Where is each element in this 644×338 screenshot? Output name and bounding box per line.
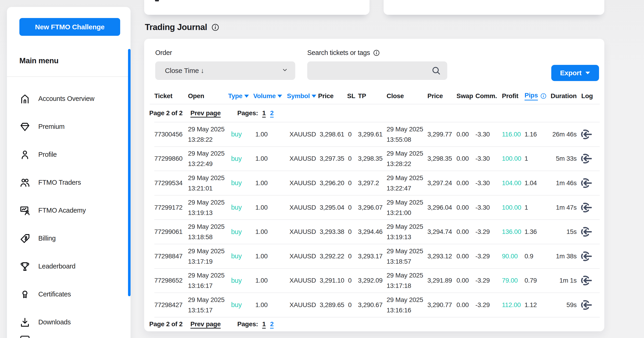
order-select[interactable]: Close Time ↓ bbox=[155, 61, 295, 80]
cell-pips: 1.04 bbox=[524, 179, 547, 187]
trade-log-icon bbox=[579, 226, 592, 238]
log-button[interactable] bbox=[574, 153, 597, 165]
sidebar-item-label: Premium bbox=[38, 123, 64, 130]
page-links: 12 bbox=[262, 320, 274, 328]
page-link-1[interactable]: 1 bbox=[262, 320, 266, 328]
cell-open-time: 29 May 202513:19:13 bbox=[188, 197, 228, 218]
log-button[interactable] bbox=[574, 274, 597, 286]
cell-volume: 1.00 bbox=[253, 301, 287, 309]
cell-swap: 0.00 bbox=[456, 131, 476, 138]
cell-symbol: XAUUSD bbox=[287, 155, 318, 162]
trade-log-icon bbox=[579, 177, 592, 189]
page-title: Trading Journal bbox=[145, 23, 207, 32]
sidebar-item-leaderboard[interactable]: Leaderboard bbox=[7, 252, 129, 280]
cell-swap: 0.00 bbox=[456, 277, 476, 284]
sidebar-item-ftmo-traders[interactable]: FTMO Traders bbox=[7, 169, 129, 196]
cell-sl: 0 bbox=[347, 301, 358, 309]
cell-ticket: 77299172 bbox=[154, 204, 188, 211]
column-header-pips[interactable]: Pips bbox=[524, 92, 547, 100]
page-link-2[interactable]: 2 bbox=[270, 320, 274, 328]
search-info-icon[interactable] bbox=[373, 49, 380, 56]
cell-volume: 1.00 bbox=[253, 253, 287, 260]
sidebar-item-downloads[interactable]: Downloads bbox=[7, 308, 129, 336]
cell-pips: 1.12 bbox=[524, 301, 547, 309]
cell-close-time: 29 May 202513:18:57 bbox=[386, 246, 428, 267]
cell-open-price: 3,291.10 bbox=[318, 277, 347, 284]
cell-close-time: 29 May 202513:21:00 bbox=[386, 197, 428, 218]
trophy-icon bbox=[20, 261, 30, 272]
cell-duration: 1m 46s bbox=[547, 179, 577, 187]
log-button[interactable] bbox=[574, 299, 597, 311]
sidebar-item-label: FTMO Academy bbox=[38, 207, 86, 214]
sidebar-scrollbar-thumb[interactable] bbox=[128, 49, 130, 296]
cell-ticket: 77298652 bbox=[154, 277, 188, 284]
cell-open-price: 3,293.38 bbox=[318, 228, 347, 235]
order-label: Order bbox=[155, 49, 172, 57]
column-header-tp: TP bbox=[358, 92, 386, 100]
cell-type: buy bbox=[228, 277, 253, 284]
sidebar-item-profile[interactable]: Profile bbox=[7, 141, 129, 169]
cell-close-price: 3,298.35 bbox=[428, 155, 456, 162]
log-button[interactable] bbox=[574, 202, 597, 214]
sidebar-item-label: Certificates bbox=[38, 290, 71, 298]
sidebar-item-certificates[interactable]: Certificates bbox=[7, 280, 129, 308]
log-button[interactable] bbox=[574, 250, 597, 262]
trading-journal-info-icon[interactable] bbox=[211, 23, 219, 32]
sidebar-item-billing[interactable]: Billing bbox=[7, 224, 129, 252]
table-controls: Order Close Time ↓ Search tickets or tag… bbox=[144, 39, 604, 88]
page-link-2[interactable]: 2 bbox=[270, 109, 274, 117]
log-button[interactable] bbox=[574, 128, 597, 140]
page-link-1[interactable]: 1 bbox=[262, 109, 266, 117]
column-header-symbol[interactable]: Symbol bbox=[287, 92, 318, 100]
cell-symbol: XAUUSD bbox=[287, 131, 318, 138]
diamond-icon bbox=[20, 121, 30, 132]
cell-swap: 0.00 bbox=[456, 228, 476, 235]
log-button[interactable] bbox=[574, 226, 597, 238]
cell-duration: 26m 46s bbox=[547, 131, 577, 138]
sidebar-item-premium[interactable]: Premium bbox=[7, 113, 129, 141]
cell-pips: 1.16 bbox=[524, 131, 547, 138]
cell-open-time: 29 May 202513:21:01 bbox=[188, 173, 228, 193]
sort-caret-icon bbox=[244, 95, 249, 98]
cell-commission: -3.30 bbox=[476, 131, 502, 138]
cell-commission: -3.29 bbox=[476, 228, 502, 235]
column-header-volume[interactable]: Volume bbox=[253, 92, 287, 100]
cell-profit: 112.00 bbox=[502, 301, 524, 309]
cell-open-price: 3,296.20 bbox=[318, 179, 347, 187]
cell-pips: 1.36 bbox=[524, 228, 547, 235]
search-input[interactable] bbox=[307, 61, 447, 80]
export-button[interactable]: Export bbox=[551, 65, 599, 81]
cell-sl: 0 bbox=[347, 155, 358, 162]
table-row: 77299172 29 May 202513:19:13 buy 1.00 XA… bbox=[154, 195, 600, 220]
top-card-left bbox=[144, 0, 370, 15]
cell-close-price: 3,290.77 bbox=[428, 301, 456, 309]
sidebar-item-ftmo-academy[interactable]: FTMO Academy bbox=[7, 196, 129, 224]
cell-profit: 79.00 bbox=[502, 277, 524, 284]
log-button[interactable] bbox=[574, 177, 597, 189]
cell-profit: 116.00 bbox=[502, 131, 524, 138]
academy-icon bbox=[20, 205, 30, 216]
cell-symbol: XAUUSD bbox=[287, 204, 318, 211]
prev-page-link[interactable]: Prev page bbox=[190, 109, 221, 117]
column-header-type[interactable]: Type bbox=[228, 92, 253, 100]
column-header-log: Log bbox=[577, 92, 600, 100]
cell-duration: 5m 33s bbox=[547, 155, 577, 162]
cell-profit: 104.00 bbox=[502, 179, 524, 187]
cell-volume: 1.00 bbox=[253, 277, 287, 284]
column-header-comm: Comm. bbox=[476, 92, 502, 100]
column-header-price: Price bbox=[428, 92, 456, 100]
cell-open-price: 3,298.61 bbox=[318, 131, 347, 138]
sidebar-item-label: Billing bbox=[38, 235, 56, 242]
cell-volume: 1.00 bbox=[253, 179, 287, 187]
new-ftmo-challenge-button[interactable]: New FTMO Challenge bbox=[20, 18, 120, 36]
sidebar-item-accounts-overview[interactable]: Accounts Overview bbox=[7, 85, 129, 113]
table-body: 77300456 29 May 202513:28:22 buy 1.00 XA… bbox=[154, 122, 600, 317]
cell-close-price: 3,299.77 bbox=[428, 131, 456, 138]
table-row: 77298427 29 May 202513:15:17 buy 1.00 XA… bbox=[154, 292, 600, 317]
prev-page-link[interactable]: Prev page bbox=[190, 320, 221, 328]
cell-type: buy bbox=[228, 228, 253, 236]
cell-sl: 0 bbox=[347, 204, 358, 211]
cell-volume: 1.00 bbox=[253, 155, 287, 162]
chevron-down-icon bbox=[282, 67, 288, 75]
cell-open-time: 29 May 202513:16:17 bbox=[188, 270, 228, 291]
